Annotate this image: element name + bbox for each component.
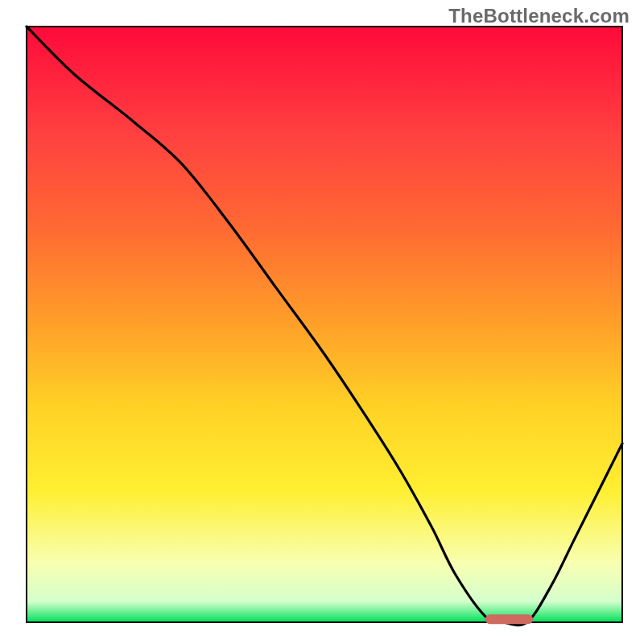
chart-container: { "watermark": "TheBottleneck.com", "col… [0,0,644,644]
plot-background [27,27,622,622]
bottleneck-chart [0,0,644,644]
optimum-marker [485,614,533,624]
